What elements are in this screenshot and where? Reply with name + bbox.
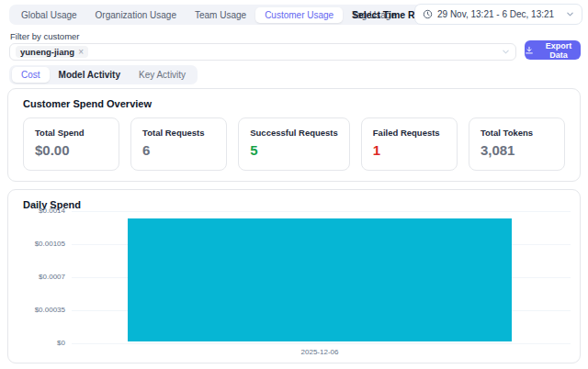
stat-card-total-requests: Total Requests 6 <box>130 117 227 171</box>
stat-card-failed-requests: Failed Requests 1 <box>361 117 458 171</box>
tab-customer-usage[interactable]: Customer Usage <box>255 7 343 23</box>
stat-card-total-spend: Total Spend $0.00 <box>23 117 119 171</box>
stat-label: Successful Requests <box>250 128 338 138</box>
export-data-button[interactable]: Export Data <box>525 40 581 60</box>
stat-card-total-tokens: Total Tokens 3,081 <box>469 117 565 171</box>
tab-cost[interactable]: Cost <box>12 67 50 83</box>
y-axis-tick: $0.00035 <box>8 306 65 314</box>
chevron-down-icon[interactable] <box>502 48 510 56</box>
y-axis-tick: $0.0007 <box>8 273 65 281</box>
y-axis-tick: $0.00105 <box>8 240 65 248</box>
stat-value: $0.00 <box>35 142 107 158</box>
clock-icon <box>423 9 433 19</box>
x-axis-tick: 2025-12-06 <box>128 348 512 356</box>
customer-usage-page: Global Usage Organization Usage Team Usa… <box>0 0 588 369</box>
view-tab-bar: Cost Model Activity Key Activity <box>9 65 198 84</box>
tab-key-activity[interactable]: Key Activity <box>130 67 195 83</box>
stat-label: Total Tokens <box>481 128 553 138</box>
stats-row: Total Spend $0.00 Total Requests 6 Succe… <box>23 117 565 171</box>
gridline <box>72 211 571 212</box>
export-data-label: Export Data <box>537 41 581 60</box>
stat-value: 6 <box>142 142 215 158</box>
stat-label: Failed Requests <box>373 128 446 138</box>
overview-title: Customer Spend Overview <box>23 98 152 109</box>
customer-filter-input[interactable]: yuneng-jiang × <box>9 43 516 61</box>
filter-label: Filter by customer <box>10 31 80 41</box>
tab-model-activity[interactable]: Model Activity <box>50 67 130 83</box>
y-axis-tick: $0 <box>8 339 65 347</box>
stat-value: 1 <box>373 142 446 158</box>
customer-tag: yuneng-jiang × <box>16 46 88 58</box>
time-range-picker[interactable]: 29 Nov, 13:21 - 6 Dec, 13:21 <box>414 4 582 25</box>
gridline <box>72 343 571 344</box>
stat-value: 3,081 <box>481 142 553 158</box>
download-icon <box>525 46 534 55</box>
tab-team-usage[interactable]: Team Usage <box>186 7 255 23</box>
customer-spend-overview-card: Customer Spend Overview Total Spend $0.0… <box>7 88 581 182</box>
tab-organization-usage[interactable]: Organization Usage <box>86 7 186 23</box>
stat-card-successful-requests: Successful Requests 5 <box>238 117 350 171</box>
stat-value: 5 <box>250 142 338 158</box>
spend-bar[interactable] <box>128 218 512 341</box>
stat-label: Total Spend <box>35 128 107 138</box>
tab-global-usage[interactable]: Global Usage <box>12 7 86 23</box>
time-range-value: 29 Nov, 13:21 - 6 Dec, 13:21 <box>437 9 561 19</box>
y-axis-tick: $0.0014 <box>8 207 65 215</box>
remove-tag-icon[interactable]: × <box>78 47 84 57</box>
stat-label: Total Requests <box>142 128 215 138</box>
customer-tag-label: yuneng-jiang <box>20 47 74 57</box>
daily-spend-card: Daily Spend $0.0014 $0.00105 $0.0007 $0.… <box>7 189 581 363</box>
chevron-down-icon <box>566 10 574 18</box>
